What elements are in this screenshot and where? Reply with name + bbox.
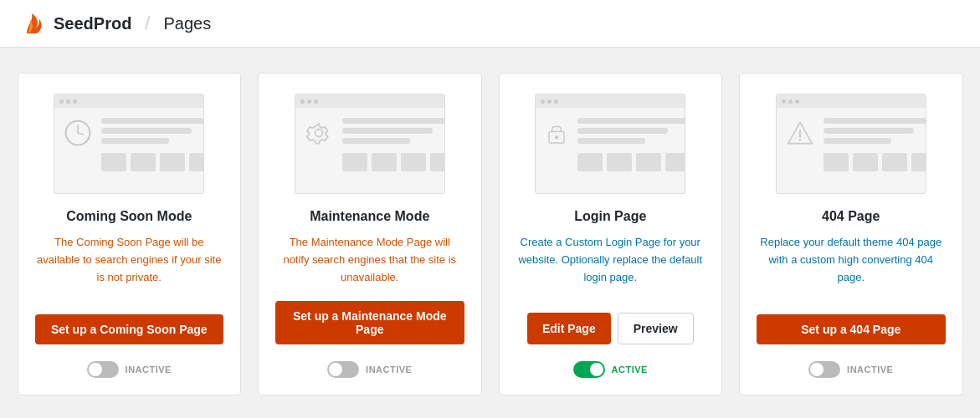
preview-dot bbox=[314, 99, 318, 104]
preview-dot bbox=[547, 99, 552, 104]
card-desc-login: Create a Custom Login Page for your webs… bbox=[516, 234, 705, 298]
preview-dot bbox=[554, 99, 558, 104]
card-desc-maintenance: The Maintenance Mode Page will notify se… bbox=[275, 234, 464, 286]
preview-block bbox=[189, 153, 204, 171]
preview-icon-coming-soon bbox=[63, 118, 93, 151]
setup-button-coming-soon[interactable]: Set up a Coming Soon Page bbox=[35, 314, 224, 344]
preview-block bbox=[401, 153, 426, 171]
toggle-maintenance[interactable] bbox=[327, 361, 359, 378]
preview-topbar bbox=[54, 94, 203, 108]
svg-point-5 bbox=[555, 135, 559, 140]
preview-icon-404 bbox=[785, 118, 815, 151]
preview-icon-login bbox=[544, 118, 569, 151]
toggle-404[interactable] bbox=[808, 361, 840, 378]
card-login: Login PageCreate a Custom Login Page for… bbox=[499, 73, 723, 395]
card-coming-soon: Coming Soon ModeThe Coming Soon Page wil… bbox=[18, 73, 242, 395]
preview-block bbox=[101, 153, 126, 171]
preview-dot bbox=[541, 99, 545, 104]
preview-blocks bbox=[577, 153, 685, 171]
svg-point-7 bbox=[798, 139, 801, 141]
preview-block bbox=[160, 153, 185, 171]
seedprod-logo-icon bbox=[20, 10, 47, 37]
preview-block bbox=[372, 153, 397, 171]
preview-body bbox=[54, 108, 203, 178]
header-divider: / bbox=[145, 13, 150, 34]
preview-line bbox=[101, 138, 169, 144]
preview-lines bbox=[342, 115, 445, 171]
app-header: SeedProd / Pages bbox=[0, 0, 980, 48]
preview-block bbox=[911, 153, 926, 171]
preview-icon-maintenance bbox=[304, 118, 334, 151]
card-title-maintenance: Maintenance Mode bbox=[310, 209, 429, 224]
card-desc-404: Replace your default theme 404 page with… bbox=[757, 234, 946, 299]
page-preview-404 bbox=[776, 94, 926, 194]
page-title: Pages bbox=[163, 14, 211, 33]
preview-dot bbox=[795, 99, 799, 104]
preview-lines bbox=[101, 115, 204, 171]
preview-dot bbox=[782, 99, 786, 104]
toggle-row-coming-soon: INACTIVE bbox=[87, 361, 172, 378]
status-label-maintenance: INACTIVE bbox=[366, 364, 412, 375]
preview-blocks bbox=[824, 153, 926, 171]
cards-grid: Coming Soon ModeThe Coming Soon Page wil… bbox=[18, 73, 963, 395]
card-desc-coming-soon: The Coming Soon Page will be available t… bbox=[35, 234, 224, 299]
svg-line-2 bbox=[78, 133, 83, 135]
preview-line bbox=[577, 138, 645, 144]
preview-body bbox=[295, 108, 444, 178]
preview-icon-area bbox=[63, 115, 93, 171]
preview-block bbox=[636, 153, 661, 171]
preview-block bbox=[607, 153, 632, 171]
status-label-404: INACTIVE bbox=[847, 364, 893, 375]
preview-dot bbox=[788, 99, 793, 104]
preview-line bbox=[824, 118, 926, 124]
preview-line bbox=[342, 138, 410, 144]
setup-button-maintenance[interactable]: Set up a Maintenance Mode Page bbox=[275, 301, 464, 344]
preview-line bbox=[577, 128, 668, 134]
logo-area: SeedProd bbox=[20, 10, 131, 37]
preview-line bbox=[824, 128, 914, 134]
preview-icon-area bbox=[785, 115, 815, 171]
preview-button[interactable]: Preview bbox=[618, 313, 694, 344]
preview-line bbox=[342, 128, 433, 134]
page-preview-maintenance bbox=[295, 94, 445, 194]
preview-dot bbox=[73, 99, 77, 104]
toggle-row-404: INACTIVE bbox=[808, 361, 893, 378]
preview-topbar bbox=[777, 94, 926, 108]
card-title-coming-soon: Coming Soon Mode bbox=[66, 209, 192, 224]
logo-text: SeedProd bbox=[54, 14, 131, 33]
preview-line bbox=[101, 128, 192, 134]
preview-blocks bbox=[101, 153, 204, 171]
preview-topbar bbox=[295, 94, 444, 108]
btn-row-login: Edit Page Preview bbox=[516, 313, 705, 344]
preview-dot bbox=[300, 99, 305, 104]
preview-line bbox=[824, 138, 891, 144]
preview-line bbox=[342, 118, 445, 124]
preview-icon-area bbox=[544, 115, 569, 171]
preview-block bbox=[824, 153, 849, 171]
page-preview-coming-soon bbox=[54, 94, 204, 194]
preview-lines bbox=[824, 115, 926, 171]
preview-line bbox=[577, 118, 685, 124]
edit-page-button[interactable]: Edit Page bbox=[527, 313, 611, 344]
preview-block bbox=[882, 153, 907, 171]
card-title-login: Login Page bbox=[574, 209, 646, 224]
setup-button-404[interactable]: Set up a 404 Page bbox=[757, 314, 946, 344]
card-maintenance: Maintenance ModeThe Maintenance Mode Pag… bbox=[258, 73, 482, 395]
preview-block bbox=[665, 153, 685, 171]
svg-point-3 bbox=[315, 130, 322, 137]
card-404: 404 PageReplace your default theme 404 p… bbox=[739, 73, 963, 395]
page-preview-login bbox=[535, 94, 685, 194]
preview-dot bbox=[59, 99, 64, 104]
preview-blocks bbox=[342, 153, 445, 171]
preview-topbar bbox=[536, 94, 685, 108]
preview-icon-area bbox=[304, 115, 334, 171]
toggle-coming-soon[interactable] bbox=[87, 361, 119, 378]
preview-block bbox=[430, 153, 445, 171]
preview-body bbox=[536, 108, 685, 178]
preview-block bbox=[342, 153, 367, 171]
preview-block bbox=[577, 153, 603, 171]
toggle-row-maintenance: INACTIVE bbox=[327, 361, 412, 378]
status-label-login: ACTIVE bbox=[612, 364, 648, 375]
preview-lines bbox=[577, 115, 685, 171]
toggle-login[interactable] bbox=[573, 361, 605, 378]
